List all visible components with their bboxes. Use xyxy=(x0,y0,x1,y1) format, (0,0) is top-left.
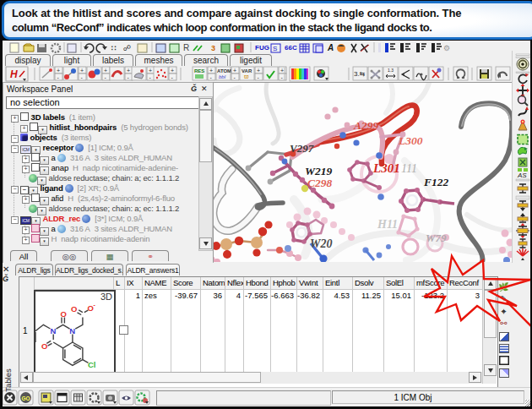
svg-text:O: O xyxy=(41,341,47,351)
svg-text:GO: GO xyxy=(22,395,30,401)
svg-text:R: R xyxy=(183,43,189,52)
svg-text:L300: L300 xyxy=(398,134,423,147)
svg-text:RES: RES xyxy=(194,68,204,74)
svg-text:O: O xyxy=(71,304,77,314)
svg-text:A299: A299 xyxy=(353,119,379,132)
svg-text:O: O xyxy=(61,309,67,319)
svg-text:⚙: ⚙ xyxy=(443,44,450,52)
svg-text:W219: W219 xyxy=(305,165,333,177)
svg-text:S: S xyxy=(273,45,277,52)
svg-text:3: 3 xyxy=(211,44,215,52)
svg-text:66C: 66C xyxy=(285,44,297,52)
svg-text:1.3: 1.3 xyxy=(388,68,394,73)
svg-text:3.⇆: 3.⇆ xyxy=(354,70,366,78)
svg-text:AS: AS xyxy=(517,172,527,179)
svg-text:Cl: Cl xyxy=(88,360,96,369)
svg-text:ϖ: ϖ xyxy=(244,74,249,79)
svg-text:C298: C298 xyxy=(307,177,333,189)
svg-text:W79: W79 xyxy=(426,232,447,244)
svg-text:A: A xyxy=(327,43,334,52)
svg-text:111: 111 xyxy=(401,162,417,175)
svg-text:L301: L301 xyxy=(372,161,400,175)
svg-text:W20: W20 xyxy=(310,237,332,250)
svg-text:N: N xyxy=(69,326,75,335)
svg-text:☍: ☍ xyxy=(123,44,131,52)
svg-text:V297: V297 xyxy=(290,142,314,155)
svg-text:ATOM: ATOM xyxy=(217,68,231,74)
svg-text:FUG: FUG xyxy=(255,44,269,52)
svg-text:∷: ∷ xyxy=(111,44,117,52)
svg-text:bbl: bbl xyxy=(219,74,226,79)
svg-text:N: N xyxy=(51,326,57,335)
svg-text:-: - xyxy=(94,302,96,308)
svg-text:F122: F122 xyxy=(423,176,449,188)
svg-text:H11: H11 xyxy=(377,218,398,231)
svg-text:H: H xyxy=(10,68,18,80)
